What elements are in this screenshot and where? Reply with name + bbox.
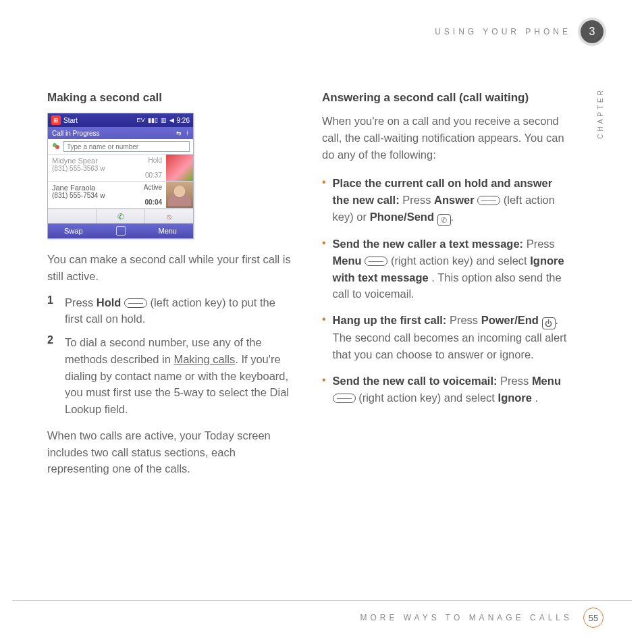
action-key-icon — [477, 196, 500, 205]
step-1-bold: Hold — [97, 296, 122, 308]
header-section: USING YOUR PHONE — [435, 27, 571, 36]
sync-icon: ⇆ — [176, 130, 182, 136]
step-1-pre: Press — [65, 296, 97, 308]
action-key-icon — [365, 257, 387, 266]
phone-subtitle: Call in Progress ⇆ ᚼ — [48, 127, 193, 139]
step-1-num: 1 — [47, 294, 57, 328]
clock: 9:26 — [177, 117, 190, 124]
chapter-badge: 3 — [581, 20, 603, 43]
windows-flag-icon: ⊞ — [51, 115, 61, 125]
footer-rule — [12, 600, 632, 601]
toolbar-btn-blank[interactable] — [48, 209, 96, 223]
bullet-item-2: •Hang up the first call: Press Power/End… — [322, 312, 570, 363]
left-column: Making a second call ⊞ Start EV ▮▮▯ ▥ ◀ … — [47, 91, 295, 487]
softkey-left[interactable]: Swap — [64, 227, 83, 235]
battery-icon: ▥ — [161, 117, 167, 124]
dial-lookup-row — [48, 139, 193, 155]
power-end-key-icon: ⏻ — [542, 317, 556, 329]
phone-softkeys: Swap Menu — [48, 223, 193, 238]
bullet-dot: • — [322, 312, 326, 363]
left-outro: When two calls are active, your Today sc… — [47, 427, 295, 477]
signal-icon: ▮▮▯ — [148, 117, 158, 124]
call2-photo — [166, 182, 193, 208]
footer-section: MORE WAYS TO MANAGE CALLS — [360, 613, 572, 622]
ev-icon: EV — [137, 117, 145, 124]
bullet-dot: • — [322, 175, 326, 226]
start-label: Start — [63, 117, 78, 124]
bluetooth-icon: ᚼ — [186, 130, 189, 136]
call-in-progress-label: Call in Progress — [52, 130, 100, 137]
making-calls-link[interactable]: Making calls — [173, 353, 235, 365]
chapter-label: CHAPTER — [597, 88, 604, 139]
call1-status: Hold — [148, 157, 162, 164]
right-heading: Answering a second call (call waiting) — [322, 91, 570, 105]
softkey-right[interactable]: Menu — [158, 227, 177, 235]
phone-send-key-icon: ✆ — [437, 214, 451, 226]
step-2: 2 To dial a second number, use any of th… — [47, 334, 295, 418]
call2-status: Active — [144, 184, 162, 191]
svg-point-1 — [55, 145, 59, 149]
call1-timer: 00:37 — [145, 171, 162, 179]
right-intro: When you're on a call and you receive a … — [322, 113, 570, 163]
bullet-item-0: •Place the current call on hold and answ… — [322, 175, 570, 226]
call-row-hold: Midyne Spear (831) 555-3563 w Hold 00:37 — [48, 155, 193, 182]
softkey-center-icon[interactable] — [116, 226, 126, 236]
call1-name: Midyne Spear — [52, 157, 162, 165]
toolbar-btn-mute[interactable]: ⍉ — [144, 209, 193, 223]
call1-photo — [166, 155, 193, 181]
left-intro: You can make a second call while your fi… — [47, 251, 295, 285]
left-heading: Making a second call — [47, 91, 295, 105]
step-2-num: 2 — [47, 334, 57, 418]
bullet-item-3: •Send the new call to voicemail: Press M… — [322, 373, 570, 406]
action-key-icon — [333, 394, 356, 403]
right-column: Answering a second call (call waiting) W… — [322, 91, 570, 487]
phone-screenshot: ⊞ Start EV ▮▮▯ ▥ ◀ 9:26 Call in Progress… — [47, 113, 194, 239]
page-number: 55 — [583, 608, 603, 628]
contacts-icon — [51, 142, 61, 151]
bullet-item-1: •Send the new caller a text message: Pre… — [322, 236, 570, 302]
phone-titlebar: ⊞ Start EV ▮▮▯ ▥ ◀ 9:26 — [48, 113, 193, 127]
bullet-dot: • — [322, 373, 326, 406]
call2-timer: 00:04 — [144, 198, 162, 206]
phone-toolbar: ✆ ⍉ — [48, 209, 193, 223]
toolbar-btn-dial[interactable]: ✆ — [96, 209, 144, 223]
bullet-dot: • — [322, 236, 326, 302]
step-1: 1 Press Hold (left action key) to put th… — [47, 294, 295, 328]
speaker-icon: ◀ — [169, 117, 174, 124]
dial-lookup-input[interactable] — [63, 141, 190, 152]
call-row-active: Jane Faraola (831) 555-7534 w Active 00:… — [48, 182, 193, 209]
action-key-icon — [124, 298, 147, 308]
